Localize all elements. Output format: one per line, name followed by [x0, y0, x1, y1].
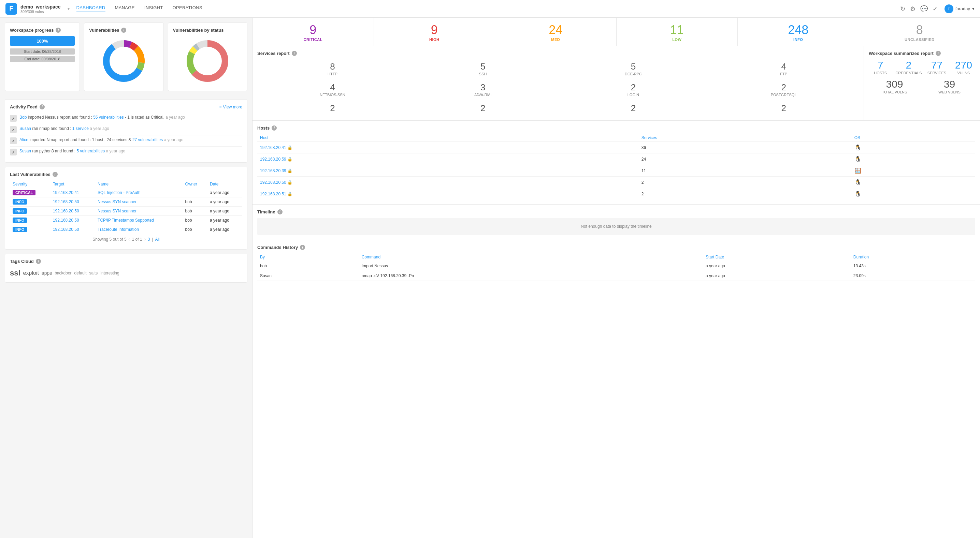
workspace-dropdown-arrow[interactable]: ▾ [68, 6, 70, 11]
ws-summary-grid: 7 HOSTS 2 CREDENTIALS 77 SERVICES 270 VU… [869, 59, 975, 75]
host-lock-0: 🔒 [287, 145, 293, 150]
end-date-bar: End date: 09/08/2018 [10, 56, 75, 62]
commands-section: Commands History i By Command Start Date… [253, 240, 980, 286]
svc-misc2: 2 [408, 101, 558, 116]
activity-feed-header: Activity Feed i ≡ View more [10, 104, 242, 110]
tag-backdoor[interactable]: backdoor [55, 271, 71, 276]
vuln-name-link-2[interactable]: Nessus SYN scanner [98, 209, 137, 213]
timeline-empty: Not enough data to display the timeline [257, 218, 975, 235]
activity-link-3[interactable]: 5 vulnerabilities [77, 149, 105, 154]
activity-user-2[interactable]: Alice [19, 137, 28, 142]
owner-3: bob [182, 216, 207, 225]
vuln-table-header: Severity Target Name Owner Date [10, 180, 242, 188]
table-row: INFO 192.168.20.50 Traceroute Informatio… [10, 225, 242, 234]
med-label: MED [498, 38, 613, 41]
command-row: Susan nmap -sV 192.168.20.39 -Pn a year … [257, 271, 975, 281]
user-dropdown-arrow[interactable]: ▾ [972, 6, 975, 11]
host-row: 192.168.20.50 🔒 2 🐧 [257, 176, 975, 188]
menu-item-insight[interactable]: INSIGHT [144, 5, 163, 12]
hosts-table-header: Host Services OS [257, 134, 975, 142]
all-link[interactable]: All [155, 237, 159, 242]
host-ip-4[interactable]: 192.168.20.51 [260, 192, 286, 197]
view-more-link[interactable]: ≡ View more [220, 105, 242, 110]
tags-wrap: ssl exploit apps backdoor default salts … [10, 267, 242, 278]
svc-postgresql: 2 POSTGRESQL [708, 80, 859, 99]
vulnerabilities-donut-card: Vulnerabilities i [84, 22, 164, 91]
tag-ssl[interactable]: ssl [10, 269, 21, 278]
col-os: OS [852, 134, 975, 142]
vuln-name-link-1[interactable]: Nessus SYN scanner [98, 200, 137, 204]
host-lock-4: 🔒 [287, 192, 293, 197]
workspace-progress-info-icon: i [56, 28, 61, 33]
ws-total-vulns: 309 TOTAL VULNS [869, 78, 920, 94]
activity-feed-card: Activity Feed i ≡ View more ✗ Bob import… [5, 99, 247, 163]
host-services-0: 36 [639, 142, 852, 154]
col-by: By [257, 253, 359, 261]
host-row: 192.168.20.59 🔒 24 🐧 [257, 154, 975, 165]
workspace-summary-title: Workspace summarized report i [869, 51, 975, 56]
host-lock-2: 🔒 [287, 168, 293, 173]
table-row: CRITICAL 192.168.20.41 SQL Injection - P… [10, 188, 242, 197]
activity-link-2[interactable]: 27 vulnerabilities [132, 137, 163, 142]
vuln-name-link-4[interactable]: Traceroute Information [98, 227, 139, 232]
activity-link-1[interactable]: 1 service [72, 126, 89, 131]
vuln-name-link-0[interactable]: SQL Injection - PreAuth [98, 190, 141, 195]
activity-feed-title: Activity Feed i [10, 104, 45, 110]
critical-count: 9 [256, 24, 370, 36]
commands-table: By Command Start Date Duration bob Impor… [257, 253, 975, 281]
last-vulns-info-icon: i [52, 172, 58, 177]
vulnerabilities-donut-title: Vulnerabilities i [89, 28, 159, 33]
activity-item: ✗ Susan ran python3 and found : 5 vulner… [10, 147, 242, 157]
tags-cloud-title: Tags Cloud i [10, 259, 242, 264]
menu-item-dashboard[interactable]: DASHBOARD [76, 5, 105, 12]
activity-user-1[interactable]: Susan [19, 126, 31, 131]
menu-item-manage[interactable]: MANAGE [115, 5, 135, 12]
per-page-3-link[interactable]: 3 [148, 237, 150, 242]
tag-apps[interactable]: apps [41, 270, 52, 276]
target-link-1[interactable]: 192.168.20.50 [53, 200, 79, 204]
host-ip-1[interactable]: 192.168.20.59 [260, 157, 286, 162]
host-ip-0[interactable]: 192.168.20.41 [260, 145, 286, 150]
severity-info: 248 INFO [738, 18, 859, 46]
target-link-3[interactable]: 192.168.20.50 [53, 218, 79, 223]
chat-icon[interactable]: 💬 [920, 5, 928, 13]
hosts-table: Host Services OS 192.168.20.41 🔒 36 🐧 19… [257, 134, 975, 200]
activity-icon-1: ✗ [10, 126, 17, 133]
timeline-section: Timeline i Not enough data to display th… [253, 205, 980, 240]
svc-ftp: 4 FTP [708, 59, 859, 78]
user-menu[interactable]: f faraday ▾ [945, 5, 975, 13]
col-target: Target [50, 180, 95, 188]
menu-item-operations[interactable]: OPERATIONS [173, 5, 202, 12]
target-link-4[interactable]: 192.168.20.50 [53, 227, 79, 232]
target-link-2[interactable]: 192.168.20.50 [53, 209, 79, 213]
refresh-icon[interactable]: ↻ [900, 5, 905, 13]
vuln-name-link-3[interactable]: TCP/IP Timestamps Supported [98, 218, 154, 223]
owner-0 [182, 188, 207, 197]
tag-salts[interactable]: salts [89, 271, 98, 276]
tag-default[interactable]: default [75, 271, 87, 276]
unclassified-count: 8 [862, 24, 977, 36]
host-row: 192.168.20.39 🔒 11 🪟 [257, 165, 975, 176]
target-link-0[interactable]: 192.168.20.41 [53, 190, 79, 195]
tag-exploit[interactable]: exploit [23, 270, 39, 276]
date-4: a year ago [207, 225, 242, 234]
top-row: Workspace progress i 100% Start date: 06… [5, 22, 247, 95]
host-os-0: 🐧 [854, 144, 861, 150]
tag-interesting[interactable]: interesting [100, 271, 119, 276]
ws-services: 77 SERVICES [925, 59, 948, 75]
severity-badge-4: INFO [13, 227, 27, 232]
med-count: 24 [498, 24, 613, 36]
host-ip-2[interactable]: 192.168.20.39 [260, 168, 286, 173]
activity-user-0[interactable]: Bob [19, 115, 27, 120]
svc-dce-rpc: 5 DCE-RPC [558, 59, 709, 78]
host-ip-3[interactable]: 192.168.20.50 [260, 180, 286, 185]
activity-link-0[interactable]: 55 vulnerabilities [93, 115, 124, 120]
app-logo[interactable]: F [5, 3, 17, 15]
right-panel: 9 CRITICAL 9 HIGH 24 MED 11 LOW 248 INFO… [253, 18, 980, 538]
activity-user-3[interactable]: Susan [19, 149, 31, 154]
check-icon[interactable]: ✓ [932, 5, 938, 13]
settings-icon[interactable]: ⚙ [910, 5, 915, 13]
username: faraday [955, 6, 970, 11]
low-label: LOW [620, 38, 734, 41]
col-duration: Duration [851, 253, 975, 261]
